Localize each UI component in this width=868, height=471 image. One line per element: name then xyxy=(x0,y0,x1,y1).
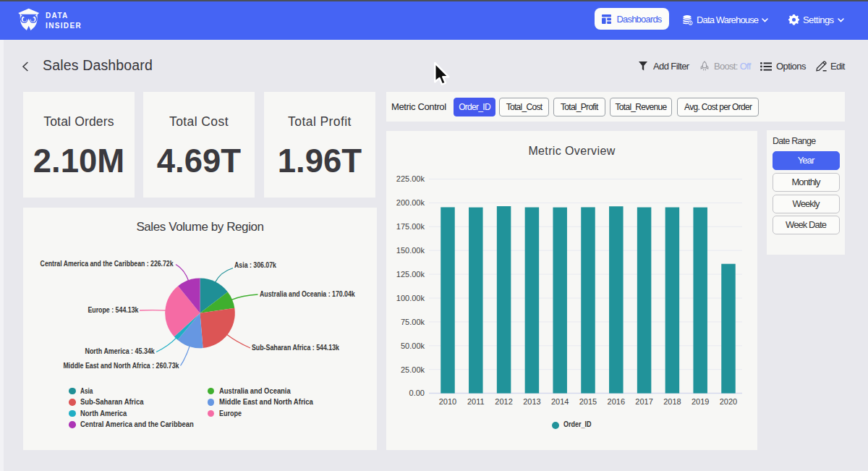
svg-text:2013: 2013 xyxy=(523,397,540,406)
svg-text:2020: 2020 xyxy=(720,397,737,406)
svg-text:2016: 2016 xyxy=(608,397,625,406)
svg-text:2014: 2014 xyxy=(551,397,569,406)
svg-text:2019: 2019 xyxy=(692,397,709,406)
svg-text:25.00k: 25.00k xyxy=(401,365,425,374)
svg-text:100.00k: 100.00k xyxy=(396,294,425,302)
svg-text:2018: 2018 xyxy=(663,397,681,406)
svg-text:0.00: 0.00 xyxy=(409,389,425,397)
svg-text:2010: 2010 xyxy=(439,397,456,406)
svg-text:50.00k: 50.00k xyxy=(401,341,425,350)
svg-text:2017: 2017 xyxy=(635,397,652,406)
svg-text:200.00k: 200.00k xyxy=(396,198,425,207)
svg-text:2015: 2015 xyxy=(579,397,597,406)
svg-text:125.00k: 125.00k xyxy=(396,270,425,279)
svg-text:150.00k: 150.00k xyxy=(396,246,425,255)
svg-text:2012: 2012 xyxy=(495,397,512,406)
svg-text:75.00k: 75.00k xyxy=(401,318,425,326)
svg-text:225.00k: 225.00k xyxy=(396,174,425,183)
svg-text:175.00k: 175.00k xyxy=(396,222,425,231)
svg-text:2011: 2011 xyxy=(467,397,485,406)
